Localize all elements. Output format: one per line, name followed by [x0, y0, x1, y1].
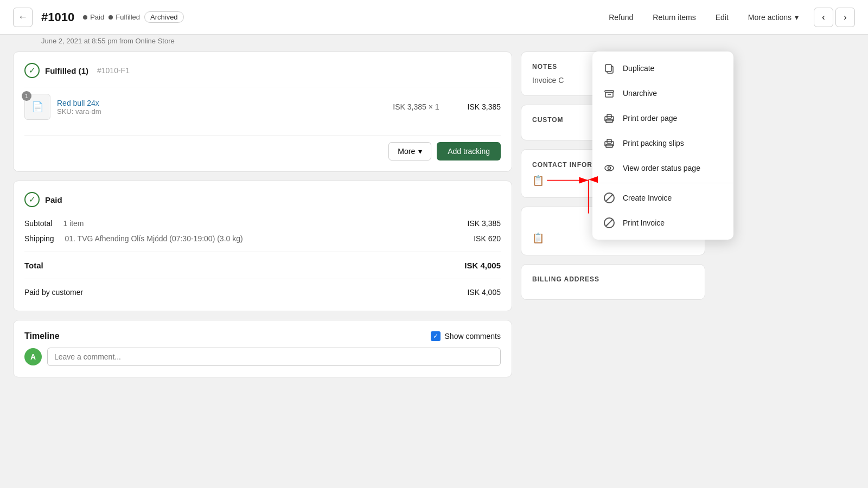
back-button[interactable]: ←	[13, 8, 33, 27]
order-number: #1010	[41, 10, 74, 24]
blocked-icon-2	[603, 217, 615, 229]
subtotal-items: 1 item	[63, 219, 467, 228]
svg-line-14	[606, 195, 613, 202]
fulfilled-dot	[108, 15, 113, 20]
fulfilled-header: ✓ Fulfilled (1) #1010-F1	[24, 63, 501, 78]
paid-header: ✓ Paid	[24, 192, 501, 207]
svg-line-16	[606, 220, 613, 227]
fulfilled-check-icon: ✓	[24, 63, 40, 78]
show-comments-checkbox[interactable]: ✓	[431, 331, 441, 341]
back-icon: ←	[18, 11, 28, 23]
chevron-down-icon: ▾	[795, 13, 799, 22]
copy-icon-2[interactable]: 📋	[532, 233, 544, 243]
shipping-amount: ISK 620	[474, 234, 501, 243]
print-icon	[603, 112, 615, 124]
dropdown-item-create-invoice[interactable]: Create Invoice	[592, 185, 733, 210]
paid-badge: Paid	[83, 13, 104, 21]
add-tracking-button[interactable]: Add tracking	[437, 142, 501, 160]
show-comments-label: Show comments	[445, 332, 501, 341]
timeline-comment-input[interactable]	[47, 348, 501, 366]
create-invoice-label: Create Invoice	[623, 194, 672, 202]
shipping-method: 01. TVG Afhending Olís Mjódd (07:30-19:0…	[65, 234, 474, 243]
print-invoice-label: Print Invoice	[623, 219, 665, 227]
product-info: Red bull 24x SKU: vara-dm	[57, 99, 386, 115]
fulfilled-title: Fulfilled (1)	[45, 66, 88, 75]
fulfilled-card: ✓ Fulfilled (1) #1010-F1 1 📄 Red bull 24…	[13, 52, 512, 172]
product-quantity-badge: 1	[22, 91, 31, 101]
product-price-calc: ISK 3,385 × 1	[393, 102, 439, 111]
timeline-avatar: A	[24, 348, 42, 365]
unarchive-label: Unarchive	[623, 89, 657, 98]
copy-icon[interactable]: 📋	[532, 175, 544, 186]
print-packing-label: Print packing slips	[623, 139, 684, 147]
eye-icon	[603, 162, 615, 174]
show-comments-row: ✓ Show comments	[431, 331, 501, 341]
print-packing-icon	[603, 137, 615, 149]
fulfilled-id: #1010-F1	[97, 66, 130, 75]
subtotal-row: Subtotal 1 item ISK 3,385	[24, 216, 501, 231]
custom-title: Custom	[532, 116, 564, 124]
blocked-icon	[603, 192, 615, 204]
timeline-card: Timeline ✓ Show comments A	[13, 320, 512, 377]
next-order-button[interactable]: ›	[835, 8, 855, 27]
paid-by-label: Paid by customer	[24, 288, 83, 297]
edit-button[interactable]: Edit	[711, 11, 733, 24]
timeline-input-row: A	[24, 348, 501, 366]
timeline-title: Timeline	[24, 331, 60, 341]
refund-button[interactable]: Refund	[604, 11, 637, 24]
svg-point-12	[608, 167, 611, 170]
product-name-link[interactable]: Red bull 24x	[57, 99, 99, 107]
top-bar-actions: Refund Return items Edit More actions ▾ …	[604, 8, 855, 27]
dropdown-item-view-status[interactable]: View order status page	[592, 156, 733, 181]
svg-point-11	[605, 165, 614, 171]
duplicate-label: Duplicate	[623, 64, 654, 73]
copy-icon-dd	[603, 62, 615, 74]
svg-rect-1	[605, 65, 611, 72]
fulfilled-badge: Fulfilled	[108, 13, 140, 21]
product-total: ISK 3,385	[468, 102, 501, 111]
dropdown-item-print-packing[interactable]: Print packing slips	[592, 131, 733, 156]
prev-order-button[interactable]: ‹	[814, 8, 833, 27]
product-sku: SKU: vara-dm	[57, 107, 386, 115]
chevron-down-icon: ▾	[418, 147, 422, 156]
billing-address-header: BILLING ADDRESS	[532, 275, 694, 283]
more-button[interactable]: More ▾	[388, 142, 431, 160]
status-badges: Paid Fulfilled Archived	[83, 11, 183, 23]
billing-address-card: BILLING ADDRESS	[521, 264, 705, 300]
shipping-row: Shipping 01. TVG Afhending Olís Mjódd (0…	[24, 231, 501, 246]
print-order-label: Print order page	[623, 114, 677, 123]
billing-address-title: BILLING ADDRESS	[532, 275, 599, 283]
subtotal-label: Subtotal	[24, 219, 52, 228]
more-actions-dropdown: Duplicate Unarchive Print order page	[592, 52, 733, 240]
paid-by-amount: ISK 4,005	[467, 288, 501, 297]
product-row: 1 📄 Red bull 24x SKU: vara-dm ISK 3,385 …	[24, 87, 501, 126]
paid-card: ✓ Paid Subtotal 1 item ISK 3,385 Shippin…	[13, 181, 512, 311]
top-bar: ← #1010 Paid Fulfilled Archived Refund R…	[0, 0, 868, 35]
dropdown-item-duplicate[interactable]: Duplicate	[592, 56, 733, 81]
total-row: Total ISK 4,005	[24, 258, 501, 273]
paid-check-icon: ✓	[24, 192, 40, 207]
dropdown-item-unarchive[interactable]: Unarchive	[592, 81, 733, 106]
nav-arrows: ‹ ›	[814, 8, 855, 27]
archive-icon	[603, 87, 615, 99]
subtotal-amount: ISK 3,385	[468, 219, 501, 228]
total-amount: ISK 4,005	[464, 261, 501, 270]
return-items-button[interactable]: Return items	[648, 11, 700, 24]
paid-by-row: Paid by customer ISK 4,005	[24, 285, 501, 300]
card-footer: More ▾ Add tracking	[24, 135, 501, 160]
dropdown-item-print-order[interactable]: Print order page	[592, 106, 733, 131]
dropdown-item-print-invoice[interactable]: Print Invoice	[592, 210, 733, 235]
view-status-label: View order status page	[623, 164, 700, 172]
left-column: ✓ Fulfilled (1) #1010-F1 1 📄 Red bull 24…	[13, 52, 512, 377]
more-actions-button[interactable]: More actions ▾	[744, 11, 803, 24]
total-label: Total	[24, 261, 43, 270]
order-subtitle: June 2, 2021 at 8:55 pm from Online Stor…	[0, 35, 868, 52]
archived-badge: Archived	[144, 11, 184, 23]
shipping-label: Shipping	[24, 234, 54, 243]
timeline-header: Timeline ✓ Show comments	[24, 331, 501, 341]
product-document-icon: 📄	[31, 101, 43, 113]
paid-title: Paid	[45, 195, 62, 204]
main-layout: ✓ Fulfilled (1) #1010-F1 1 📄 Red bull 24…	[0, 52, 868, 390]
product-image-box: 1 📄	[24, 94, 50, 120]
paid-dot	[83, 15, 87, 20]
